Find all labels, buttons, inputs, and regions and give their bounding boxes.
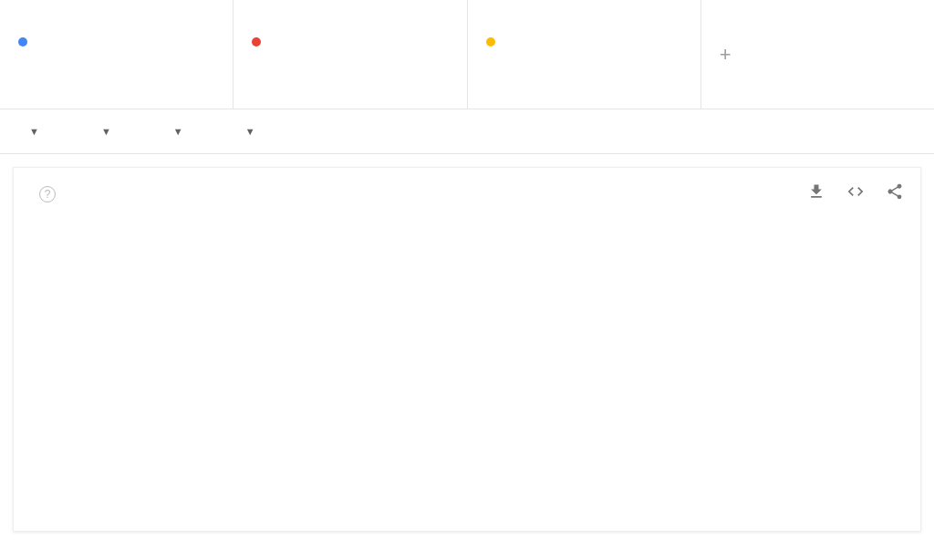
compare-term-rubyonrails[interactable] (468, 0, 701, 109)
chart-actions (807, 182, 904, 205)
chart-header: ? (30, 182, 904, 205)
chevron-down-icon: ▼ (29, 126, 39, 137)
download-icon[interactable] (807, 182, 825, 205)
series-color-dot (252, 37, 261, 47)
filter-bar: ▼ ▼ ▼ ▼ (0, 109, 934, 154)
compare-term-cakephp[interactable] (0, 0, 234, 109)
chevron-down-icon: ▼ (245, 126, 255, 137)
embed-icon[interactable] (846, 182, 866, 205)
compare-term-laravel[interactable] (234, 0, 467, 109)
daterange-filter[interactable]: ▼ (94, 126, 111, 137)
avg-bars (46, 418, 106, 500)
chevron-down-icon: ▼ (173, 126, 183, 137)
plus-icon: + (720, 43, 732, 67)
line-chart[interactable] (140, 233, 904, 522)
chevron-down-icon: ▼ (101, 126, 111, 137)
series-color-dot (18, 37, 27, 47)
help-icon[interactable]: ? (39, 186, 56, 202)
series-color-dot (486, 37, 495, 47)
google-trends-page: + ▼ ▼ ▼ ▼ ? (0, 0, 934, 560)
add-comparison-button[interactable]: + (701, 0, 934, 109)
searchtype-filter[interactable]: ▼ (238, 126, 255, 137)
compare-bar: + (0, 0, 934, 109)
share-icon[interactable] (886, 182, 904, 205)
averages-block (30, 233, 121, 522)
region-filter[interactable]: ▼ (22, 126, 39, 137)
interest-over-time-card: ? (13, 167, 921, 532)
category-filter[interactable]: ▼ (166, 126, 183, 137)
